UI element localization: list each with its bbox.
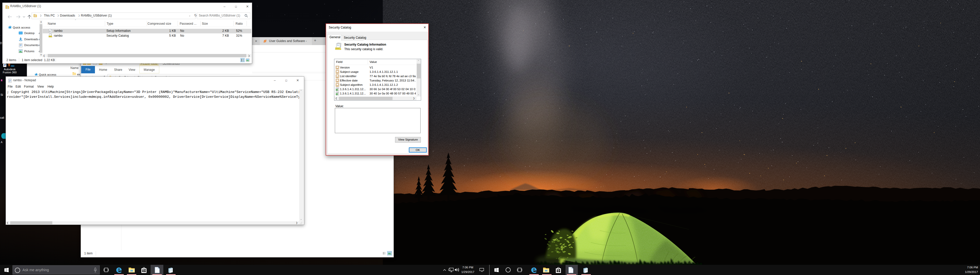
svg-text:360: 360 [11, 65, 14, 67]
